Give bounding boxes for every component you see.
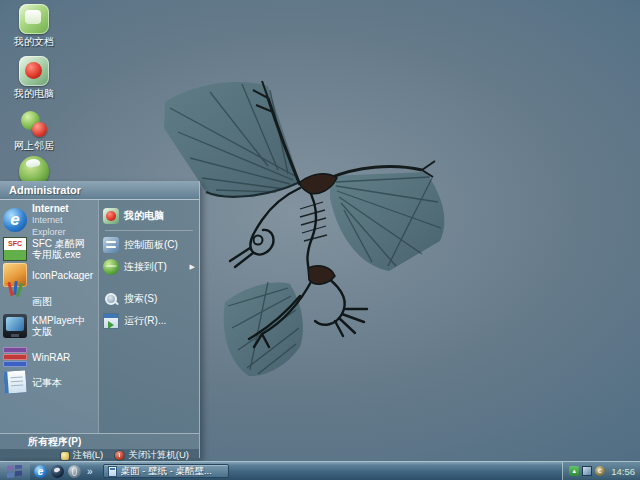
tray-swirl-icon[interactable] <box>595 466 605 476</box>
internet-explorer-icon: e <box>3 208 27 232</box>
quicklaunch-ie-icon[interactable]: e <box>34 465 47 478</box>
menu-item-label: 运行(R)... <box>124 314 166 328</box>
desktop-screen: 我的文档 我的电脑 网上邻居 Administrator e Internet … <box>0 0 640 480</box>
menu-item-label: 搜索(S) <box>124 292 157 306</box>
my-documents-icon <box>19 4 49 34</box>
connect-to-icon <box>103 259 119 275</box>
start-logo-icon <box>7 465 23 478</box>
window-document-icon <box>108 466 117 477</box>
desktop-icon-label: 我的电脑 <box>4 88 64 99</box>
quicklaunch-overflow-chevron-icon[interactable]: » <box>85 466 95 477</box>
system-tray: ▴ 14:56 <box>562 462 640 480</box>
menu-item-search[interactable]: 搜索(S) <box>99 288 199 310</box>
notepad-icon <box>2 369 28 395</box>
menu-item-control-panel[interactable]: 控制面板(C) <box>99 234 199 256</box>
start-button[interactable] <box>0 462 30 480</box>
tray-display-icon[interactable] <box>582 466 592 476</box>
menu-item-label: 我的电脑 <box>124 209 164 223</box>
all-programs-button[interactable]: 所有程序(P) <box>0 433 199 449</box>
menu-item-title: IconPackager <box>32 270 93 281</box>
desktop-icon-my-computer[interactable]: 我的电脑 <box>4 56 64 99</box>
sfc-app-icon: SFC <box>3 237 27 261</box>
menu-item-title: WinRAR <box>32 352 70 363</box>
run-icon <box>103 313 119 329</box>
quick-launch-bar: e » <box>30 465 99 478</box>
log-off-key-icon <box>61 452 69 460</box>
menu-separator <box>105 230 193 231</box>
menu-item-internet[interactable]: e Internet Internet Explorer <box>0 205 98 235</box>
start-menu-body: e Internet Internet Explorer SFC SFC 桌酷网… <box>0 200 199 433</box>
shut-down-power-icon <box>115 451 124 460</box>
quicklaunch-browser-ball-icon[interactable] <box>51 465 64 478</box>
menu-item-run[interactable]: 运行(R)... <box>99 310 199 332</box>
menu-item-title: 画图 <box>32 296 52 307</box>
menu-item-title: Internet <box>32 203 69 214</box>
network-places-icon <box>19 108 49 138</box>
menu-item-winrar[interactable]: WinRAR <box>0 345 98 369</box>
desktop-icon-label: 我的文档 <box>4 36 64 47</box>
desktop-icon-label: 网上邻居 <box>4 140 64 151</box>
taskbar-clock[interactable]: 14:56 <box>608 466 635 477</box>
window-title: 桌面 - 壁纸 - 桌酷壁... <box>121 465 212 478</box>
start-menu-user-name: Administrator <box>0 181 199 200</box>
start-menu-right-column: 我的电脑 控制面板(C) 连接到(T) ▶ 搜索(S) <box>99 200 199 433</box>
menu-item-paint[interactable]: 画图 <box>0 289 98 313</box>
menu-item-sfc[interactable]: SFC SFC 桌酷网专用版.exe <box>0 235 98 263</box>
taskbar: e » 桌面 - 壁纸 - 桌酷壁... ▴ 14:56 <box>0 461 640 480</box>
start-menu: Administrator e Internet Internet Explor… <box>0 181 200 458</box>
menu-item-kmplayer[interactable]: KMPlayer中文版 <box>0 313 98 339</box>
menu-item-connect-to[interactable]: 连接到(T) ▶ <box>99 256 199 278</box>
menu-item-title: SFC 桌酷网专用版.exe <box>32 238 94 260</box>
my-computer-small-icon <box>103 208 119 224</box>
menu-item-title: KMPlayer中文版 <box>32 315 95 337</box>
menu-item-my-computer[interactable]: 我的电脑 <box>99 205 199 227</box>
quicklaunch-globe-icon[interactable] <box>68 465 81 478</box>
kmplayer-icon <box>3 314 27 338</box>
menu-item-title: 记事本 <box>32 377 62 388</box>
menu-item-subtitle: Internet Explorer <box>32 215 66 237</box>
submenu-arrow-icon: ▶ <box>190 263 195 271</box>
my-computer-icon <box>19 56 49 86</box>
control-panel-icon <box>103 237 119 253</box>
menu-item-label: 控制面板(C) <box>124 238 178 252</box>
winrar-icon <box>3 345 27 369</box>
tray-safely-remove-icon[interactable]: ▴ <box>569 466 579 476</box>
search-icon <box>103 291 119 307</box>
menu-item-label: 连接到(T) <box>124 260 167 274</box>
desktop-icon-my-documents[interactable]: 我的文档 <box>4 4 64 47</box>
start-menu-left-column: e Internet Internet Explorer SFC SFC 桌酷网… <box>0 200 99 433</box>
desktop-icon-network-places[interactable]: 网上邻居 <box>4 108 64 151</box>
taskbar-window-button[interactable]: 桌面 - 壁纸 - 桌酷壁... <box>103 464 229 478</box>
menu-item-notepad[interactable]: 记事本 <box>0 369 98 395</box>
